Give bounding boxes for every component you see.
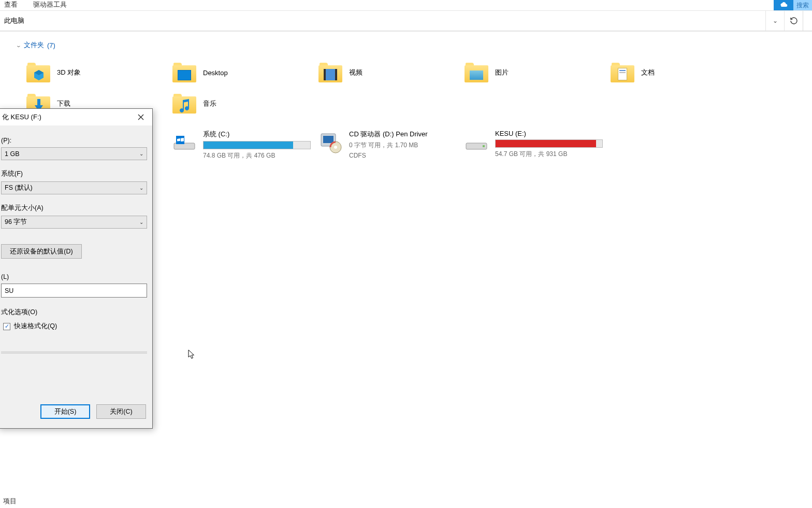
checkbox-icon: ✓ <box>3 323 10 330</box>
format-dialog: 化 KESU (F:) (P): 1 GB ⌄ 系统(F) FS (默认) ⌄ … <box>0 108 153 429</box>
filesystem-select[interactable]: FS (默认) ⌄ <box>1 181 147 194</box>
folder-label: 3D 对象 <box>57 68 81 77</box>
drive-sub: 74.8 GB 可用，共 476 GB <box>203 151 311 160</box>
usage-bar <box>495 139 603 148</box>
drive-e-kesu[interactable]: KESU (E:) 54.7 GB 可用，共 931 GB <box>464 130 610 160</box>
folder-icon <box>464 62 489 83</box>
close-button[interactable] <box>130 110 151 124</box>
top-menu: 查看 驱动器工具 <box>0 0 812 10</box>
search-badge[interactable]: 搜索 <box>793 0 812 10</box>
filesystem-label: 系统(F) <box>1 170 147 178</box>
folder-icon <box>26 62 51 83</box>
folder-music[interactable]: 音乐 <box>172 88 318 119</box>
alloc-select[interactable]: 96 字节 ⌄ <box>1 216 147 229</box>
capacity-select[interactable]: 1 GB ⌄ <box>1 147 147 160</box>
folder-label: 视频 <box>349 68 363 77</box>
cursor-icon <box>188 349 195 360</box>
separator <box>0 31 812 32</box>
address-location[interactable]: 此电脑 <box>4 16 24 25</box>
chevron-down-icon: ⌄ <box>16 43 21 48</box>
capacity-value: 1 GB <box>5 150 20 158</box>
volume-label-input[interactable] <box>1 284 147 298</box>
chevron-down-icon: ⌄ <box>139 185 143 191</box>
drive-icon <box>464 130 489 154</box>
drive-c[interactable]: 系统 (C:) 74.8 GB 可用，共 476 GB <box>172 130 318 160</box>
progress-bar <box>1 351 147 354</box>
folder-icon <box>172 62 197 83</box>
drive-sub2: CDFS <box>349 152 428 159</box>
volume-label: (L) <box>1 273 147 280</box>
drive-name: CD 驱动器 (D:) Pen Driver <box>349 130 428 139</box>
alloc-value: 96 字节 <box>5 218 27 227</box>
folder-desktop[interactable]: Desktop <box>172 57 318 88</box>
dialog-titlebar: 化 KESU (F:) <box>0 109 152 125</box>
usage-bar <box>203 141 311 149</box>
cd-drive-icon <box>318 130 343 154</box>
restore-defaults-button[interactable]: 还原设备的默认值(D) <box>1 244 82 259</box>
quick-format-text: 快速格式化(Q) <box>14 322 57 331</box>
top-right-badges: 搜索 <box>774 0 812 10</box>
folder-videos[interactable]: 视频 <box>318 57 464 88</box>
address-history-chevron[interactable]: ⌄ <box>765 11 784 31</box>
close-dialog-button[interactable]: 关闭(C) <box>96 404 146 419</box>
folder-3d-objects[interactable]: 3D 对象 <box>26 57 172 88</box>
folder-pictures[interactable]: 图片 <box>464 57 610 88</box>
folder-icon <box>610 62 635 83</box>
alloc-label: 配单元大小(A) <box>1 204 147 213</box>
menu-drive-tools[interactable]: 驱动器工具 <box>30 0 70 9</box>
filesystem-value: FS (默认) <box>5 184 33 192</box>
group-title: 文件夹 <box>24 40 44 50</box>
folder-label: 音乐 <box>203 99 216 108</box>
chevron-down-icon: ⌄ <box>139 219 143 225</box>
dialog-title-text: 化 KESU (F:) <box>2 112 41 122</box>
quick-format-checkbox[interactable]: ✓ 快速格式化(Q) <box>3 322 147 331</box>
svg-rect-7 <box>483 145 485 147</box>
drive-sub: 0 字节 可用，共 1.70 MB <box>349 141 428 150</box>
drive-name: 系统 (C:) <box>203 130 311 139</box>
menu-view[interactable]: 查看 <box>1 0 21 9</box>
group-count: (7) <box>47 41 55 49</box>
group-header-folders[interactable]: ⌄ 文件夹 (7) <box>17 40 812 50</box>
refresh-button[interactable] <box>784 11 803 31</box>
folder-label: 下载 <box>57 99 70 108</box>
chevron-down-icon: ⌄ <box>139 151 143 157</box>
folder-icon <box>172 93 197 115</box>
folder-label: 文档 <box>641 68 655 77</box>
folder-label: Desktop <box>203 69 228 77</box>
folder-documents[interactable]: 文档 <box>610 57 756 88</box>
svg-point-5 <box>334 146 337 149</box>
folder-icon <box>318 62 343 83</box>
format-options-label: 式化选项(O) <box>1 308 147 317</box>
start-button[interactable]: 开始(S) <box>40 404 90 419</box>
status-bar-text: 项目 <box>0 495 20 508</box>
folder-label: 图片 <box>495 68 509 77</box>
baidu-cloud-icon[interactable] <box>774 0 793 10</box>
drive-sub: 54.7 GB 可用，共 931 GB <box>495 150 603 159</box>
drive-d-cd[interactable]: CD 驱动器 (D:) Pen Driver 0 字节 可用，共 1.70 MB… <box>318 130 464 160</box>
drive-icon <box>172 130 197 154</box>
capacity-label: (P): <box>1 137 147 144</box>
drive-name: KESU (E:) <box>495 130 603 137</box>
address-bar: 此电脑 ⌄ <box>0 10 812 31</box>
svg-rect-3 <box>323 136 334 143</box>
address-divider <box>803 11 812 31</box>
